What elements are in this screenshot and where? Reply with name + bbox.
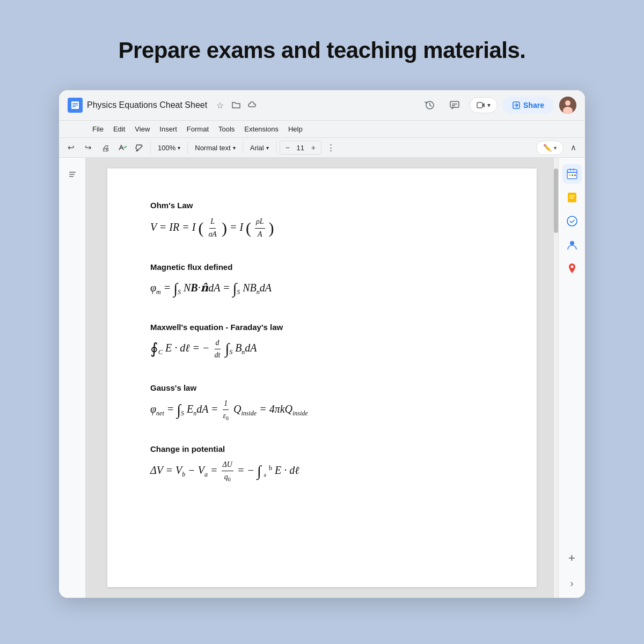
svg-rect-21 (569, 174, 570, 176)
left-sidebar (59, 158, 86, 598)
font-size-decrease[interactable]: − (282, 142, 293, 153)
zoom-select[interactable]: 100% ▾ (154, 142, 184, 154)
document-title: Physics Equations Cheat Sheet (87, 100, 207, 110)
menu-bar: File Edit View Insert Format Tools Exten… (59, 121, 585, 138)
contacts-icon[interactable] (562, 235, 582, 254)
browser-window: Physics Equations Cheat Sheet ☆ (59, 90, 585, 598)
menu-tools[interactable]: Tools (214, 123, 239, 135)
doc-toolbar: ↩ ↪ 🖨 100% ▾ Normal text ▾ A (59, 138, 585, 158)
svg-rect-18 (567, 172, 577, 173)
change-potential-title: Change in potential (150, 444, 494, 453)
svg-point-11 (565, 100, 570, 106)
redo-button[interactable]: ↪ (80, 140, 96, 155)
main-area: Ohm's Law V = IR = I ( L σA ) = I ( ρL (59, 158, 585, 598)
svg-rect-26 (569, 197, 574, 199)
toolbar-divider-1 (150, 142, 151, 153)
svg-rect-14 (69, 172, 76, 173)
pencil-icon: ✏️ (543, 144, 552, 152)
svg-rect-20 (573, 169, 574, 171)
maxwells-equation-title: Maxwell's equation - Faraday's law (150, 323, 494, 332)
change-potential-formula: ΔV = Vb − Va = ΔU q0 = − ∫ a b E · dℓ (150, 459, 494, 484)
svg-rect-19 (570, 169, 571, 171)
svg-rect-17 (567, 170, 577, 179)
menu-extensions[interactable]: Extensions (240, 123, 283, 135)
star-icon[interactable]: ☆ (215, 100, 225, 111)
spellcheck-button[interactable] (115, 140, 130, 155)
svg-rect-2 (72, 103, 78, 104)
magnetic-flux-title: Magnetic flux defined (150, 262, 494, 272)
scrollbar-thumb[interactable] (554, 169, 558, 233)
svg-rect-7 (452, 105, 455, 106)
change-potential-section: Change in potential ΔV = Vb − Va = ΔU q0… (150, 444, 494, 484)
svg-rect-22 (572, 174, 573, 176)
comments-icon[interactable] (445, 96, 464, 115)
gausss-law-title: Gauss's law (150, 383, 494, 392)
paintformat-button[interactable] (132, 140, 147, 155)
title-icons: ☆ (215, 100, 258, 111)
toolbar-divider-2 (187, 142, 188, 153)
svg-rect-13 (136, 150, 138, 151)
doc-page: Ohm's Law V = IR = I ( L σA ) = I ( ρL (107, 169, 537, 587)
svg-rect-8 (477, 103, 482, 108)
svg-rect-23 (574, 174, 576, 176)
folder-icon[interactable] (231, 100, 241, 111)
maxwells-equation-section: Maxwell's equation - Faraday's law ∮C E … (150, 323, 494, 362)
svg-point-28 (570, 241, 574, 245)
menu-view[interactable]: View (130, 123, 154, 135)
user-avatar[interactable] (559, 97, 576, 114)
font-size-value: 11 (294, 144, 307, 152)
add-plugin-button[interactable]: + (568, 551, 575, 565)
edit-mode-button[interactable]: ✏️ ▾ (536, 141, 564, 155)
scrollbar[interactable] (554, 158, 558, 598)
ohms-law-formula: V = IR = I ( L σA ) = I ( ρL A ) (150, 215, 494, 241)
page-headline: Prepare exams and teaching materials. (119, 38, 526, 63)
document-area: Ohm's Law V = IR = I ( L σA ) = I ( ρL (86, 158, 558, 598)
share-button[interactable]: Share (503, 97, 554, 114)
svg-point-29 (570, 266, 573, 268)
svg-rect-25 (569, 195, 575, 196)
cloud-icon[interactable] (247, 100, 258, 111)
svg-rect-6 (452, 104, 457, 105)
svg-rect-3 (72, 105, 78, 106)
title-bar: Physics Equations Cheat Sheet ☆ (59, 90, 585, 121)
style-select[interactable]: Normal text ▾ (191, 142, 239, 154)
maps-icon[interactable] (562, 259, 582, 278)
toolbar-divider-3 (243, 142, 243, 153)
font-size-control: − 11 + (280, 141, 321, 155)
magnetic-flux-section: Magnetic flux defined φm = ∫S NB·n̂dA = … (150, 262, 494, 301)
collapse-sidebar-button[interactable]: › (570, 578, 574, 589)
svg-rect-15 (69, 174, 75, 175)
menu-edit[interactable]: Edit (109, 123, 129, 135)
toolbar-divider-4 (276, 142, 276, 153)
gausss-law-formula: φnet = ∫S EndA = 1 ε0 Qinside = 4πkQinsi… (150, 398, 494, 423)
undo-button[interactable]: ↩ (63, 140, 78, 155)
history-icon[interactable] (420, 96, 440, 115)
ohms-law-title: Ohm's Law (150, 201, 494, 210)
tasks-icon[interactable] (562, 211, 582, 231)
menu-insert[interactable]: Insert (155, 123, 181, 135)
meet-button[interactable]: ▾ (470, 97, 497, 113)
svg-rect-16 (69, 176, 74, 177)
maxwells-equation-formula: ∮C E · dℓ = − d dt ∫S BndA (150, 337, 494, 362)
collapse-toolbar-button[interactable]: ∧ (566, 140, 581, 155)
menu-help[interactable]: Help (284, 123, 307, 135)
right-sidebar: + › (558, 158, 585, 598)
keep-icon[interactable] (562, 188, 582, 207)
print-button[interactable]: 🖨 (98, 140, 113, 155)
outline-icon[interactable] (64, 166, 80, 182)
svg-point-27 (567, 216, 577, 226)
svg-rect-4 (72, 106, 76, 107)
docs-icon (68, 98, 83, 113)
menu-file[interactable]: File (88, 123, 108, 135)
gausss-law-section: Gauss's law φnet = ∫S EndA = 1 ε0 Qinsid… (150, 383, 494, 423)
header-toolbar-icons: ▾ Share (420, 96, 576, 115)
ohms-law-section: Ohm's Law V = IR = I ( L σA ) = I ( ρL (150, 201, 494, 241)
magnetic-flux-formula: φm = ∫S NB·n̂dA = ∫S NBndA (150, 277, 494, 301)
calendar-icon[interactable] (562, 164, 582, 184)
font-size-increase[interactable]: + (308, 142, 319, 153)
more-options-button[interactable]: ⋮ (324, 140, 339, 155)
menu-format[interactable]: Format (182, 123, 213, 135)
font-select[interactable]: Arial ▾ (246, 142, 273, 154)
